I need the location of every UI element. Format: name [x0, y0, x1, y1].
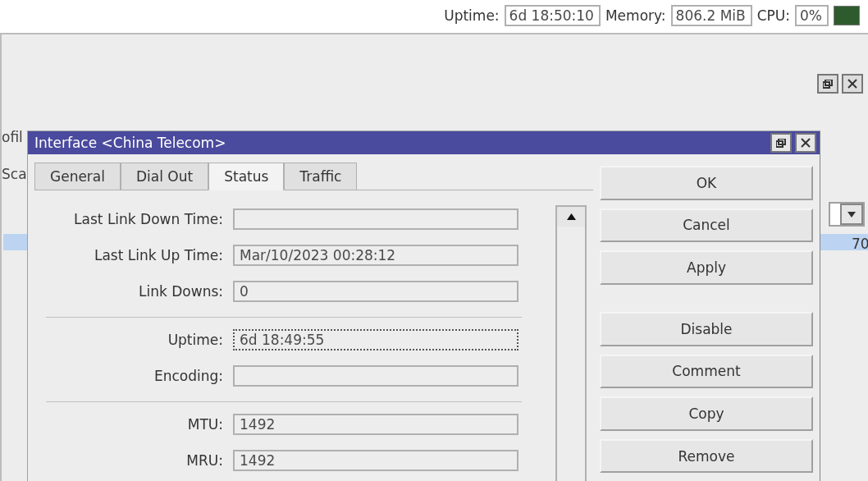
tab-strip: General Dial Out Status Traffic [34, 161, 593, 190]
tab-general[interactable]: General [34, 163, 121, 190]
dialog-body: General Dial Out Status Traffic Last Lin… [28, 154, 820, 481]
workspace: ofil Sca 70 Interface <China Telecom> [0, 33, 868, 481]
label-last-link-up-time: Last Link Up Time: [34, 247, 223, 263]
tab-dial-out[interactable]: Dial Out [121, 163, 208, 190]
row-link-downs: Link Downs: 0 [34, 281, 587, 302]
memory-label: Memory: [605, 7, 666, 24]
restore-icon [823, 80, 833, 89]
row-last-link-down-time: Last Link Down Time: [34, 208, 587, 230]
scrollbar[interactable] [555, 205, 587, 481]
cropped-text-2: Sca [2, 166, 23, 182]
cpu-meter-icon [834, 6, 860, 25]
value-last-link-up-time: Mar/10/2023 00:28:12 [233, 245, 519, 266]
divider [46, 317, 522, 318]
bg-combo[interactable] [829, 202, 865, 227]
tab-traffic[interactable]: Traffic [284, 163, 357, 190]
uptime-value: 6d 18:50:10 [505, 5, 601, 26]
tab-area: General Dial Out Status Traffic Last Lin… [28, 154, 593, 481]
value-mtu: 1492 [233, 414, 519, 435]
uptime-label: Uptime: [444, 7, 499, 24]
tab-content-status: Last Link Down Time: Last Link Up Time: … [34, 190, 593, 481]
label-uptime: Uptime: [34, 332, 223, 348]
memory-value: 806.2 MiB [671, 5, 752, 26]
svg-marker-4 [847, 212, 856, 218]
row-mru: MRU: 1492 [34, 450, 587, 471]
cpu-label: CPU: [757, 7, 790, 24]
status-bar: Uptime: 6d 18:50:10 Memory: 806.2 MiB CP… [444, 5, 860, 26]
label-mtu: MTU: [34, 416, 223, 433]
label-link-downs: Link Downs: [34, 283, 223, 300]
label-encoding: Encoding: [34, 368, 223, 384]
label-mru: MRU: [34, 452, 223, 469]
remove-button[interactable]: Remove [600, 439, 813, 474]
interface-dialog: Interface <China Telecom> General Dial O… [27, 131, 820, 481]
close-icon [801, 138, 811, 148]
apply-button[interactable]: Apply [600, 250, 813, 285]
dialog-restore-button[interactable] [770, 133, 792, 153]
ok-button[interactable]: OK [600, 166, 813, 200]
close-icon [847, 79, 857, 89]
row-last-link-up-time: Last Link Up Time: Mar/10/2023 00:28:12 [34, 245, 587, 266]
dialog-close-button[interactable] [795, 133, 816, 153]
dialog-titlebar[interactable]: Interface <China Telecom> [28, 131, 820, 154]
copy-button[interactable]: Copy [600, 396, 813, 431]
divider [46, 401, 522, 402]
cancel-button[interactable]: Cancel [600, 208, 813, 243]
cropped-text-1: ofil [2, 129, 23, 145]
value-encoding [233, 365, 519, 387]
disable-button[interactable]: Disable [600, 312, 813, 346]
bg-window-controls [817, 74, 863, 94]
row-encoding: Encoding: [34, 365, 587, 387]
cropped-text-right: 70 [852, 236, 868, 252]
scroll-up-button[interactable] [557, 207, 585, 227]
dialog-title: Interface <China Telecom> [34, 135, 770, 151]
chevron-down-icon[interactable] [840, 204, 863, 225]
row-uptime: Uptime: 6d 18:49:55 [34, 329, 587, 350]
bg-window-close-button[interactable] [842, 74, 863, 94]
svg-marker-9 [567, 213, 576, 220]
row-mtu: MTU: 1492 [34, 414, 587, 435]
cpu-value: 0% [795, 5, 829, 26]
action-buttons: OK Cancel Apply Disable Comment Copy Rem… [593, 154, 820, 481]
chevron-up-icon [567, 213, 576, 220]
label-last-link-down-time: Last Link Down Time: [34, 211, 223, 227]
value-uptime: 6d 18:49:55 [233, 329, 519, 350]
restore-icon [776, 139, 786, 148]
value-link-downs: 0 [233, 281, 519, 302]
tab-status[interactable]: Status [208, 163, 284, 190]
comment-button[interactable]: Comment [600, 355, 813, 389]
value-mru: 1492 [233, 450, 519, 471]
bg-window-restore-button[interactable] [817, 74, 838, 94]
value-last-link-down-time [233, 208, 519, 230]
